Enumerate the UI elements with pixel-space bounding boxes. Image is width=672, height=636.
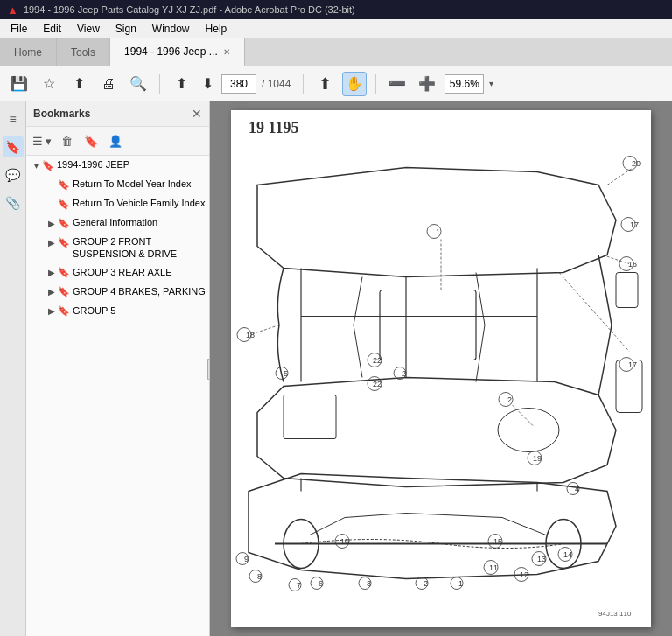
sep3 <box>375 74 376 94</box>
page-sep: / 1044 <box>258 78 294 90</box>
bm-group5-label: GROUP 5 <box>73 304 206 317</box>
bm-model-year-label: Return To Model Year Index <box>73 178 206 190</box>
zoom-out-button[interactable]: ➖ <box>385 72 410 96</box>
zoom-dropdown-icon[interactable]: ▾ <box>489 79 494 88</box>
bm-group4-label: GROUP 4 BRAKES, PARKING <box>73 285 206 297</box>
bm-group5[interactable]: ▶ 🔖 GROUP 5 <box>38 302 209 321</box>
tab-bar: Home Tools 1994 - 1996 Jeep ... ✕ <box>0 38 672 66</box>
bm-group2-label: GROUP 2 FRONT SUSPENSION & DRIVE <box>73 235 206 261</box>
bookmarks-header: Bookmarks ✕ <box>26 101 209 127</box>
svg-text:14: 14 <box>564 550 572 559</box>
tab-home[interactable]: Home <box>0 38 57 66</box>
bm-general-info[interactable]: ▶ 🔖 General Information <box>38 213 209 233</box>
bm-general-info-icon: 🔖 <box>58 216 70 230</box>
page-input[interactable] <box>221 74 256 94</box>
pdf-area[interactable]: 19 1195 <box>210 101 672 636</box>
menu-help[interactable]: Help <box>199 21 234 37</box>
bm-group4-icon: 🔖 <box>58 285 70 299</box>
tab-doc[interactable]: 1994 - 1996 Jeep ... ✕ <box>110 38 245 66</box>
print-button[interactable]: 🖨 <box>96 72 121 96</box>
svg-text:13: 13 <box>537 555 546 563</box>
menu-window[interactable]: Window <box>145 21 197 37</box>
tab-doc-label: 1994 - 1996 Jeep ... <box>124 45 218 58</box>
bm-group3[interactable]: ▶ 🔖 GROUP 3 REAR AXLE <box>38 263 209 283</box>
zoom-input[interactable] <box>444 74 484 94</box>
sidebar-bookmark-icon[interactable]: 🔖 <box>3 136 24 157</box>
menu-file[interactable]: File <box>4 21 34 37</box>
find-button[interactable]: 🔍 <box>126 72 150 96</box>
menu-view[interactable]: View <box>70 21 107 37</box>
bm-group4-expand[interactable]: ▶ <box>46 285 58 299</box>
svg-rect-15 <box>616 273 638 308</box>
title-text: 1994 - 1996 Jeep Parts Catalog YJ XJ ZJ.… <box>24 4 355 15</box>
zoom-in-button[interactable]: ➕ <box>415 72 439 96</box>
title-bar: ▲ 1994 - 1996 Jeep Parts Catalog YJ XJ Z… <box>0 0 672 19</box>
menu-edit[interactable]: Edit <box>36 21 68 37</box>
svg-line-21 <box>511 404 533 426</box>
bm-root-expand[interactable]: ▾ <box>30 158 42 172</box>
svg-text:15: 15 <box>494 537 502 546</box>
sidebar-attach-icon[interactable]: 📎 <box>3 192 24 213</box>
svg-point-8 <box>498 409 559 452</box>
pdf-page: 19 1195 <box>231 110 651 627</box>
bm-vehicle-family[interactable]: 🔖 Return To Vehicle Family Index <box>38 194 209 213</box>
bm-menu-btn[interactable]: ☰ ▾ <box>32 130 52 151</box>
menu-sign[interactable]: Sign <box>108 21 144 37</box>
bm-root[interactable]: ▾ 🔖 1994-1996 JEEP <box>26 156 209 175</box>
sidebar-nav-icon[interactable]: ≡ <box>3 108 24 129</box>
svg-line-19 <box>253 325 279 334</box>
bm-group2-icon: 🔖 <box>58 235 70 249</box>
bm-user-btn[interactable]: 👤 <box>105 130 126 151</box>
sep2 <box>303 74 304 94</box>
bm-general-info-label: General Information <box>73 216 206 228</box>
bm-group2[interactable]: ▶ 🔖 GROUP 2 FRONT SUSPENSION & DRIVE <box>38 233 209 263</box>
svg-text:2: 2 <box>508 395 512 404</box>
svg-rect-7 <box>284 395 336 439</box>
bm-root-label: 1994-1996 JEEP <box>57 158 206 171</box>
save-button[interactable]: 💾 <box>7 72 32 96</box>
bookmarks-toolbar: ☰ ▾ 🗑 🔖 👤 <box>26 127 209 156</box>
bm-vehicle-family-expand <box>46 197 58 211</box>
bm-group2-expand[interactable]: ▶ <box>46 235 58 249</box>
tab-doc-close[interactable]: ✕ <box>223 47 230 57</box>
app-icon: ▲ <box>7 3 18 17</box>
svg-text:11: 11 <box>489 563 498 572</box>
bookmarks-close-button[interactable]: ✕ <box>192 107 202 121</box>
bookmarks-list: ▾ 🔖 1994-1996 JEEP 🔖 Return To Model Yea… <box>26 156 209 636</box>
svg-text:10: 10 <box>340 537 349 546</box>
nav-up-button[interactable]: ⬆ <box>169 72 193 96</box>
hand-cursor[interactable]: ✋ <box>342 72 367 96</box>
sidebar-icons: ≡ 🔖 💬 📎 <box>0 101 26 636</box>
bm-group3-expand[interactable]: ▶ <box>46 266 58 280</box>
bm-group5-expand[interactable]: ▶ <box>46 304 58 318</box>
svg-text:22: 22 <box>373 356 382 365</box>
svg-text:1: 1 <box>436 227 440 236</box>
bm-group4[interactable]: ▶ 🔖 GROUP 4 BRAKES, PARKING <box>38 283 209 302</box>
bm-root-icon: 🔖 <box>42 158 54 172</box>
bm-vehicle-family-label: Return To Vehicle Family Index <box>73 197 206 209</box>
svg-text:94J13  110: 94J13 110 <box>598 610 632 618</box>
menu-bar: File Edit View Sign Window Help <box>0 19 672 38</box>
bm-general-info-expand[interactable]: ▶ <box>46 216 58 230</box>
sidebar-comment-icon[interactable]: 💬 <box>3 164 24 185</box>
svg-text:22: 22 <box>373 380 382 388</box>
svg-line-17 <box>603 255 629 264</box>
bm-add-btn[interactable]: 🔖 <box>80 130 102 151</box>
nav-down-button[interactable]: ⬇ <box>195 72 220 96</box>
page-heading: 19 1195 <box>248 119 299 137</box>
bookmarks-panel: Bookmarks ✕ ☰ ▾ 🗑 🔖 👤 ▾ 🔖 1994-1996 JEEP… <box>26 101 210 636</box>
tab-tools[interactable]: Tools <box>57 38 110 66</box>
select-cursor[interactable]: ⬆ <box>312 72 337 96</box>
svg-text:12: 12 <box>520 570 528 579</box>
bm-group5-icon: 🔖 <box>58 304 70 318</box>
star-button[interactable]: ☆ <box>37 72 61 96</box>
bm-group3-icon: 🔖 <box>58 266 70 280</box>
bm-model-year[interactable]: 🔖 Return To Model Year Index <box>38 175 209 194</box>
bm-delete-btn[interactable]: 🗑 <box>56 130 77 151</box>
main-area: ≡ 🔖 💬 📎 Bookmarks ✕ ☰ ▾ 🗑 🔖 👤 ▾ 🔖 1994-1… <box>0 101 672 636</box>
bm-model-year-expand <box>46 178 58 192</box>
tab-tools-label: Tools <box>71 46 95 59</box>
bm-root-children: 🔖 Return To Model Year Index 🔖 Return To… <box>26 175 209 321</box>
back-button[interactable]: ⬆ <box>66 72 91 96</box>
bm-group3-label: GROUP 3 REAR AXLE <box>73 266 206 278</box>
